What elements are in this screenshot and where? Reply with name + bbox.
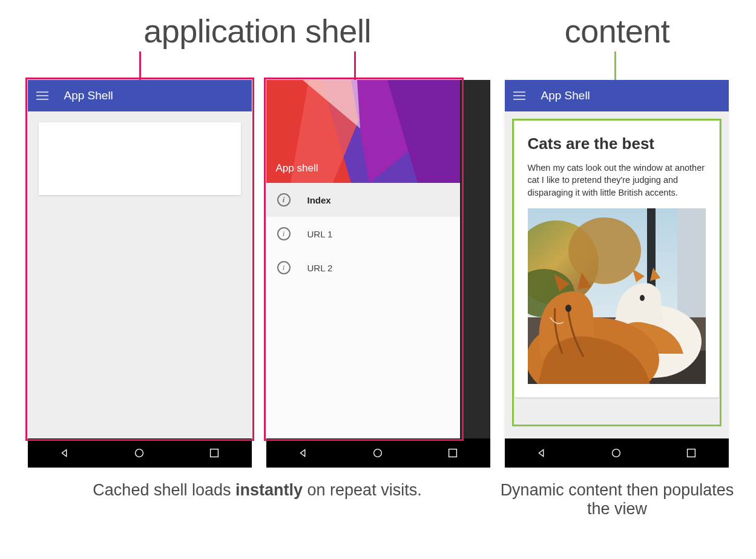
recents-icon[interactable]: [446, 446, 459, 460]
placeholder-card: [39, 122, 241, 195]
info-icon: i: [277, 227, 291, 240]
drawer-item-label: Index: [307, 195, 331, 205]
article-title: Cats are the best: [528, 134, 706, 153]
android-nav-bar: [28, 438, 252, 468]
home-icon[interactable]: [133, 446, 146, 460]
caption-right: Dynamic content then populates the view: [496, 481, 738, 518]
svg-rect-1: [210, 449, 218, 457]
nav-drawer: App shell i Index i URL 1 i URL 2: [266, 80, 460, 438]
svg-point-19: [640, 295, 645, 301]
phone-1-body: [28, 111, 252, 438]
back-icon[interactable]: [297, 446, 310, 460]
android-nav-bar: [505, 438, 729, 468]
caption-left-bold: instantly: [235, 481, 303, 499]
svg-point-8: [374, 449, 382, 457]
svg-point-21: [565, 305, 571, 312]
svg-rect-15: [677, 208, 706, 329]
caption-left-post: on repeat visits.: [303, 481, 422, 499]
phones-row: App Shell: [18, 80, 738, 468]
svg-point-0: [136, 449, 143, 457]
phone-2-wrap: App shell i Index i URL 1 i URL 2: [266, 80, 490, 468]
drawer-title: App shell: [276, 162, 318, 174]
back-icon[interactable]: [58, 446, 71, 460]
svg-rect-9: [449, 449, 456, 457]
info-icon: i: [277, 193, 291, 207]
phone-3-wrap: App Shell Cats are the best When my cats…: [505, 80, 729, 468]
home-icon[interactable]: [610, 446, 623, 460]
drawer-item-url1[interactable]: i URL 1: [266, 217, 460, 251]
home-icon[interactable]: [371, 446, 384, 460]
heading-content: content: [496, 12, 738, 50]
phone-1-wrap: App Shell: [28, 80, 252, 468]
android-nav-bar: [266, 438, 490, 468]
cats-illustration: [528, 208, 706, 384]
phone-3-body: Cats are the best When my cats look out …: [505, 111, 729, 438]
hamburger-icon[interactable]: [513, 91, 525, 100]
heading-app-shell: application shell: [18, 12, 496, 50]
drawer-item-label: URL 1: [307, 229, 333, 239]
captions-row: Cached shell loads instantly on repeat v…: [18, 481, 738, 518]
phone-3: App Shell Cats are the best When my cats…: [505, 80, 729, 468]
svg-point-12: [568, 217, 641, 284]
drawer-header: App shell: [266, 80, 460, 183]
article-body: When my cats look out the window at anot…: [528, 162, 706, 199]
svg-rect-23: [687, 449, 695, 457]
caption-left: Cached shell loads instantly on repeat v…: [18, 481, 496, 518]
app-bar: App Shell: [505, 80, 729, 111]
hamburger-icon[interactable]: [36, 91, 48, 100]
caption-left-pre: Cached shell loads: [93, 481, 235, 499]
article-image: [528, 208, 706, 384]
headings-row: application shell content: [18, 12, 738, 50]
svg-point-22: [613, 449, 620, 457]
phone-1: App Shell: [28, 80, 252, 468]
app-bar: App Shell: [28, 80, 252, 111]
recents-icon[interactable]: [208, 446, 221, 460]
content-card: Cats are the best When my cats look out …: [514, 121, 719, 397]
drawer-item-url2[interactable]: i URL 2: [266, 251, 460, 285]
info-icon: i: [277, 261, 291, 274]
drawer-item-index[interactable]: i Index: [266, 183, 460, 217]
drawer-item-label: URL 2: [307, 263, 333, 273]
app-title: App Shell: [541, 89, 590, 102]
phone-2: App shell i Index i URL 1 i URL 2: [266, 80, 490, 468]
app-title: App Shell: [64, 89, 113, 102]
back-icon[interactable]: [535, 446, 548, 460]
recents-icon[interactable]: [685, 446, 698, 460]
